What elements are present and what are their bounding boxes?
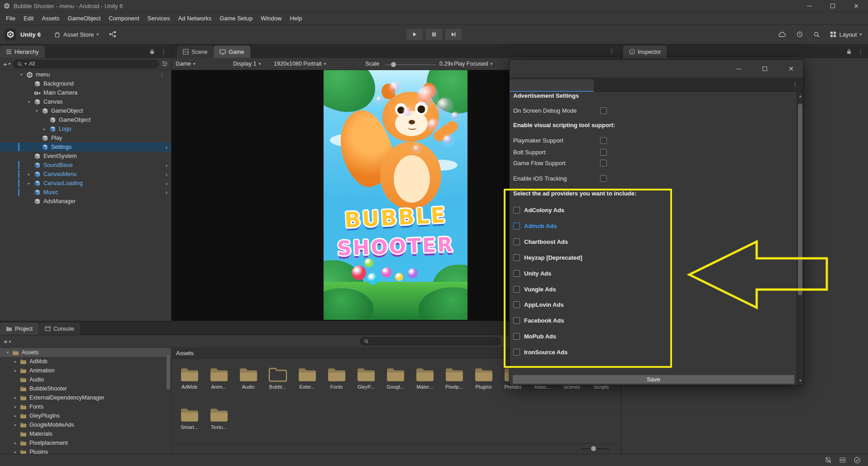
menu-component[interactable]: Component [105, 15, 143, 22]
checkbox-playmaker-support[interactable] [600, 137, 607, 144]
asset-folder-gleyp[interactable]: GleyP... [351, 366, 381, 393]
project-folder-animation[interactable]: ▸Animation [0, 366, 171, 375]
hierarchy-item-main-camera[interactable]: Main Camera [0, 88, 171, 97]
expand-icon[interactable]: ▸ [12, 414, 19, 418]
cache-server-icon[interactable] [839, 456, 846, 464]
minimize-button[interactable] [797, 0, 821, 12]
pause-button[interactable] [425, 29, 443, 40]
add-asset-button[interactable]: +▾ [4, 338, 11, 345]
expand-icon[interactable]: ▸ [12, 441, 19, 445]
hierarchy-item-background[interactable]: Background [0, 79, 171, 88]
menu-game-setup[interactable]: Game Setup [215, 15, 257, 22]
project-root-assets[interactable]: ▾Assets [0, 348, 171, 357]
history-icon[interactable] [796, 31, 803, 38]
tab-console[interactable]: Console [39, 323, 80, 335]
project-folder-materials[interactable]: Materials [0, 429, 171, 438]
scale-slider-thumb[interactable] [391, 62, 396, 67]
maximize-button[interactable] [758, 60, 772, 78]
open-prefab-icon[interactable]: › [166, 171, 167, 178]
project-folder-googlemobileads[interactable]: ▸GoogleMobileAds [0, 420, 171, 429]
tab-game[interactable]: Game [214, 46, 250, 58]
status-ok-icon[interactable] [854, 456, 861, 464]
expand-icon[interactable]: ▸ [12, 368, 19, 373]
menu-edit[interactable]: Edit [19, 15, 38, 22]
minimize-button[interactable] [732, 60, 745, 78]
more-options-icon[interactable]: ⋮ [161, 48, 167, 55]
project-folder-fonts[interactable]: ▸Fonts [0, 402, 171, 411]
hierarchy-item-canvasmenu[interactable]: ▸CanvasMenu› [0, 170, 171, 179]
more-options-icon[interactable]: ⋮ [792, 81, 798, 88]
asset-folder-fonts[interactable]: Fonts [322, 366, 351, 393]
tab-project[interactable]: Project [0, 323, 38, 335]
expand-icon[interactable]: ▸ [12, 395, 19, 400]
hierarchy-item-logo[interactable]: ▸Logo [0, 124, 171, 133]
step-button[interactable] [445, 29, 462, 40]
save-button[interactable]: Save [512, 375, 795, 384]
hierarchy-item-gameobject[interactable]: ▾GameObject [0, 106, 171, 115]
asset-folder-anim[interactable]: Anim... [204, 366, 234, 393]
asset-store-button[interactable]: Asset Store ▾ [54, 31, 99, 38]
lock-icon[interactable] [846, 48, 852, 54]
hierarchy-item-gameobject[interactable]: GameObject [0, 115, 171, 124]
maximize-button[interactable] [821, 0, 844, 12]
menu-assets[interactable]: Assets [38, 15, 63, 22]
cloud-icon[interactable] [778, 31, 786, 38]
hierarchy-item-canvas[interactable]: ▾Canvas [0, 97, 171, 106]
scroll-down-icon[interactable]: ▼ [797, 379, 804, 383]
menu-services[interactable]: Services [143, 15, 174, 22]
open-prefab-icon[interactable]: › [166, 162, 167, 169]
collapse-icon[interactable]: ▾ [26, 100, 32, 104]
menu-file[interactable]: File [2, 15, 19, 22]
tab-inspector[interactable]: Inspector [623, 46, 667, 58]
ad-window-titlebar[interactable]: ✕ [510, 60, 803, 78]
menu-gameobject[interactable]: GameObject [63, 15, 105, 22]
expand-icon[interactable]: ▸ [41, 127, 48, 131]
expand-icon[interactable]: ▸ [12, 404, 19, 409]
project-tree-scrollbar[interactable] [167, 355, 170, 390]
hierarchy-item-soundbase[interactable]: SoundBase› [0, 161, 171, 170]
checkbox-bolt-support[interactable] [600, 149, 607, 156]
project-folder-gleyplugins[interactable]: ▸GleyPlugins [0, 411, 171, 420]
collapse-icon[interactable]: ▾ [5, 350, 11, 355]
thumbnail-zoom-thumb[interactable] [591, 446, 596, 451]
more-options-icon[interactable]: ⋮ [609, 48, 615, 54]
open-prefab-icon[interactable]: › [166, 189, 167, 196]
notifications-muted-icon[interactable] [825, 456, 832, 464]
asset-folder-admob[interactable]: AdMob [175, 366, 204, 393]
asset-folder-textu[interactable]: Textu... [204, 407, 234, 433]
asset-folder-plugins[interactable]: Plugins [469, 366, 498, 393]
graph-icon[interactable] [109, 31, 116, 38]
hierarchy-item-music[interactable]: Music› [0, 188, 171, 197]
asset-folder-exter[interactable]: Exter... [292, 366, 322, 393]
add-gameobject-button[interactable]: +▾ [3, 60, 10, 68]
hierarchy-item-play[interactable]: Play [0, 133, 171, 143]
hierarchy-item-menu[interactable]: ▾menu⋮ [0, 70, 171, 79]
display-dropdown[interactable]: Display 1▾ [233, 61, 261, 67]
open-prefab-icon[interactable]: › [166, 144, 167, 151]
project-search-input[interactable] [360, 337, 501, 346]
tab-hierarchy[interactable]: Hierarchy [0, 46, 45, 58]
expand-icon[interactable]: ▸ [26, 172, 32, 176]
expand-icon[interactable]: ▸ [12, 359, 19, 364]
play-button[interactable] [406, 29, 423, 40]
open-prefab-icon[interactable]: › [166, 180, 167, 187]
menu-ad-networks[interactable]: Ad Networks [174, 15, 215, 22]
asset-folder-mater[interactable]: Mater... [410, 366, 439, 393]
expand-icon[interactable]: ▸ [12, 423, 19, 427]
close-button[interactable]: ✕ [784, 60, 798, 78]
menu-help[interactable]: Help [286, 15, 306, 22]
asset-folder-audio[interactable]: Audio [234, 366, 263, 393]
project-folder-bubbleshooter[interactable]: BubbleShooter [0, 384, 171, 393]
asset-folder-bubbl[interactable]: Bubbl... [263, 366, 292, 393]
expand-icon[interactable]: ▸ [26, 181, 32, 185]
search-filter-icon[interactable] [162, 61, 168, 67]
project-folder-admob[interactable]: ▸AdMob [0, 357, 171, 366]
tab-scene[interactable]: Scene [177, 46, 213, 58]
search-icon[interactable] [813, 31, 820, 38]
hierarchy-item-settings[interactable]: Settings› [0, 143, 171, 152]
expand-icon[interactable]: ▸ [12, 450, 19, 454]
project-folder-externaldependencymanager[interactable]: ▸ExternalDependencyManager [0, 393, 171, 402]
project-folder-plugins[interactable]: ▸Plugins [0, 447, 171, 454]
checkbox-game-flow-support[interactable] [600, 160, 607, 166]
scene-options-icon[interactable]: ⋮ [159, 71, 165, 78]
